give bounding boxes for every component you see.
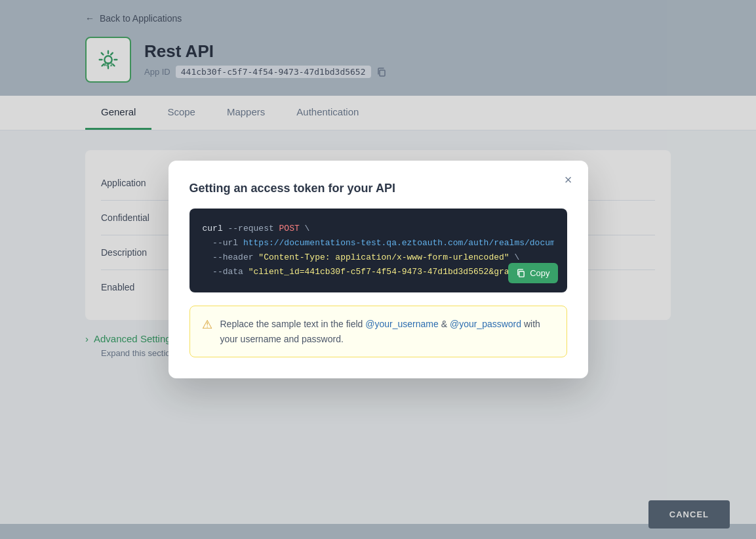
copy-icon (516, 268, 526, 278)
code-content: curl --request POST \ --url https://docu… (203, 222, 554, 279)
copy-code-button[interactable]: Copy (508, 263, 557, 283)
code-block: curl --request POST \ --url https://docu… (189, 209, 567, 292)
warning-text-before: Replace the sample text in the field (220, 319, 366, 329)
warning-icon: ⚠ (202, 317, 212, 332)
warning-box: ⚠ Replace the sample text in the field @… (189, 306, 567, 357)
warning-field2: @your_password (450, 319, 521, 329)
warning-field1: @your_username (365, 319, 439, 329)
modal-title: Getting an access token for your API (189, 182, 567, 195)
modal-close-button[interactable]: × (559, 171, 578, 190)
modal-backdrop: × Getting an access token for your API c… (0, 0, 756, 539)
copy-btn-label: Copy (530, 268, 549, 278)
svg-rect-3 (519, 271, 525, 277)
access-token-modal: × Getting an access token for your API c… (169, 161, 588, 378)
warning-text-middle: & (439, 319, 450, 329)
warning-text: Replace the sample text in the field @yo… (220, 317, 555, 346)
